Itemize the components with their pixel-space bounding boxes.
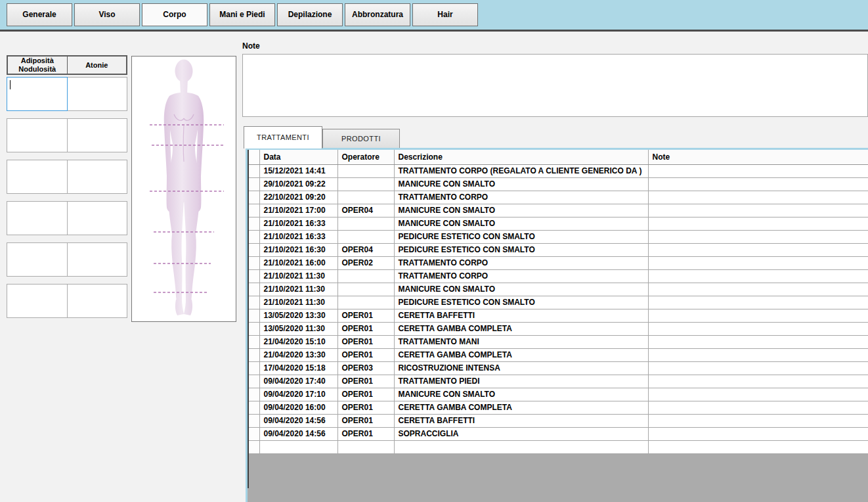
row-selector[interactable] bbox=[249, 361, 259, 375]
section-tab-button[interactable]: Corpo bbox=[142, 3, 207, 26]
adiposity-input[interactable] bbox=[7, 160, 68, 194]
table-row[interactable]: 22/10/2021 09:20 TRATTAMENTO CORPO bbox=[249, 191, 868, 204]
atonie-input[interactable] bbox=[67, 77, 127, 111]
cell-operatore[interactable] bbox=[337, 230, 394, 243]
cell-descrizione[interactable]: CERETTA BAFFETTI bbox=[394, 414, 648, 427]
cell-descrizione[interactable]: PEDICURE ESTETICO CON SMALTO bbox=[394, 230, 648, 243]
cell-note[interactable] bbox=[648, 335, 868, 348]
cell-note[interactable] bbox=[648, 191, 868, 204]
row-selector[interactable] bbox=[249, 388, 259, 401]
atonie-input[interactable] bbox=[67, 118, 127, 152]
cell-descrizione[interactable]: MANICURE CON SMALTO bbox=[394, 388, 648, 401]
row-selector[interactable] bbox=[249, 243, 259, 256]
cell-operatore[interactable]: OPER03 bbox=[337, 361, 394, 375]
cell-data[interactable]: 22/10/2021 09:20 bbox=[259, 191, 337, 204]
row-selector[interactable] bbox=[249, 269, 259, 283]
row-selector[interactable] bbox=[249, 204, 259, 217]
row-selector[interactable] bbox=[249, 401, 259, 414]
row-selector[interactable] bbox=[249, 191, 259, 204]
cell-data[interactable]: 21/04/2020 15:10 bbox=[259, 335, 337, 348]
table-row[interactable]: 29/10/2021 09:22 MANICURE CON SMALTO bbox=[249, 177, 868, 191]
cell-note[interactable] bbox=[648, 414, 868, 427]
cell-descrizione[interactable]: MANICURE CON SMALTO bbox=[394, 177, 648, 191]
row-selector[interactable] bbox=[249, 335, 259, 348]
tab-prodotti[interactable]: PRODOTTI bbox=[322, 129, 400, 148]
table-row[interactable]: 15/12/2021 14:41 TRATTAMENTO CORPO (REGA… bbox=[249, 164, 868, 177]
cell-descrizione[interactable]: TRATTAMENTO PIEDI bbox=[394, 375, 648, 388]
cell-data[interactable]: 21/10/2021 17:00 bbox=[259, 204, 337, 217]
cell-note[interactable] bbox=[648, 177, 868, 191]
cell-note[interactable] bbox=[648, 256, 868, 269]
cell-note[interactable] bbox=[648, 283, 868, 296]
column-header-operatore[interactable]: Operatore bbox=[337, 150, 394, 164]
row-selector[interactable] bbox=[249, 440, 259, 453]
table-row[interactable]: 09/04/2020 14:56 OPER01 CERETTA BAFFETTI bbox=[249, 414, 868, 427]
cell-data[interactable]: 13/05/2020 11:30 bbox=[259, 322, 337, 335]
cell-operatore[interactable]: OPER01 bbox=[337, 427, 394, 440]
adiposity-input[interactable] bbox=[7, 284, 68, 318]
cell-descrizione[interactable]: SOPRACCIGLIA bbox=[394, 427, 648, 440]
cell-note[interactable] bbox=[648, 164, 868, 177]
row-selector[interactable] bbox=[249, 230, 259, 243]
atonie-input[interactable] bbox=[67, 201, 127, 235]
cell-descrizione[interactable]: TRATTAMENTO CORPO bbox=[394, 256, 648, 269]
row-selector[interactable] bbox=[249, 414, 259, 427]
atonie-input[interactable] bbox=[67, 160, 127, 194]
cell-operatore[interactable] bbox=[337, 164, 394, 177]
cell-data[interactable]: 21/10/2021 16:33 bbox=[259, 230, 337, 243]
cell-operatore[interactable]: OPER01 bbox=[337, 322, 394, 335]
note-input[interactable] bbox=[242, 54, 868, 117]
cell-data[interactable]: 21/10/2021 11:30 bbox=[259, 269, 337, 283]
cell-data[interactable]: 29/10/2021 09:22 bbox=[259, 177, 337, 191]
atonie-input[interactable] bbox=[67, 284, 127, 318]
adiposity-input[interactable] bbox=[7, 118, 68, 152]
table-row-empty[interactable] bbox=[249, 440, 868, 453]
table-row[interactable]: 21/10/2021 16:00 OPER02 TRATTAMENTO CORP… bbox=[249, 256, 868, 269]
cell-note[interactable] bbox=[648, 401, 868, 414]
cell-data[interactable]: 21/10/2021 16:30 bbox=[259, 243, 337, 256]
row-selector[interactable] bbox=[249, 283, 259, 296]
cell-descrizione[interactable]: CERETTA GAMBA COMPLETA bbox=[394, 322, 648, 335]
cell-data[interactable]: 21/10/2021 16:33 bbox=[259, 217, 337, 230]
cell-note[interactable] bbox=[648, 427, 868, 440]
cell-operatore[interactable]: OPER01 bbox=[337, 375, 394, 388]
cell-data[interactable]: 09/04/2020 14:56 bbox=[259, 414, 337, 427]
row-selector[interactable] bbox=[249, 177, 259, 191]
adiposity-input[interactable] bbox=[7, 242, 68, 277]
cell-descrizione[interactable]: PEDICURE ESTETICO CON SMALTO bbox=[394, 296, 648, 309]
table-row[interactable]: 09/04/2020 14:56 OPER01 SOPRACCIGLIA bbox=[249, 427, 868, 440]
tab-trattamenti[interactable]: TRATTAMENTI bbox=[244, 126, 322, 148]
cell-data[interactable]: 21/10/2021 11:30 bbox=[259, 283, 337, 296]
table-row[interactable]: 21/04/2020 13:30 OPER01 CERETTA GAMBA CO… bbox=[249, 348, 868, 361]
cell-data[interactable]: 09/04/2020 14:56 bbox=[259, 427, 337, 440]
cell-operatore[interactable] bbox=[337, 217, 394, 230]
cell-note[interactable] bbox=[648, 388, 868, 401]
table-row[interactable]: 21/10/2021 11:30 MANICURE CON SMALTO bbox=[249, 283, 868, 296]
row-selector[interactable] bbox=[249, 256, 259, 269]
section-tab-button[interactable]: Abbronzatura bbox=[345, 3, 410, 26]
cell-descrizione[interactable]: MANICURE CON SMALTO bbox=[394, 283, 648, 296]
cell-data[interactable]: 17/04/2020 15:18 bbox=[259, 361, 337, 375]
cell-operatore[interactable] bbox=[337, 269, 394, 283]
cell-operatore[interactable] bbox=[337, 296, 394, 309]
column-header-data[interactable]: Data bbox=[259, 150, 337, 164]
adiposity-input[interactable] bbox=[7, 201, 68, 235]
cell-operatore[interactable]: OPER01 bbox=[337, 309, 394, 322]
cell-data[interactable]: 13/05/2020 13:30 bbox=[259, 309, 337, 322]
cell-operatore[interactable]: OPER01 bbox=[337, 348, 394, 361]
cell-operatore[interactable]: OPER04 bbox=[337, 204, 394, 217]
cell-descrizione[interactable]: TRATTAMENTO CORPO bbox=[394, 269, 648, 283]
column-header-note[interactable]: Note bbox=[648, 150, 868, 164]
cell-descrizione[interactable]: PEDICURE ESTETICO CON SMALTO bbox=[394, 243, 648, 256]
row-selector[interactable] bbox=[249, 309, 259, 322]
section-tab-button[interactable]: Viso bbox=[74, 3, 140, 26]
table-row[interactable]: 09/04/2020 17:10 OPER01 MANICURE CON SMA… bbox=[249, 388, 868, 401]
cell-note[interactable] bbox=[648, 296, 868, 309]
cell-operatore[interactable] bbox=[337, 283, 394, 296]
cell-descrizione[interactable]: MANICURE CON SMALTO bbox=[394, 217, 648, 230]
cell-descrizione[interactable]: RICOSTRUZIONE INTENSA bbox=[394, 361, 648, 375]
row-selector[interactable] bbox=[249, 164, 259, 177]
cell-data[interactable]: 09/04/2020 16:00 bbox=[259, 401, 337, 414]
row-selector[interactable] bbox=[249, 322, 259, 335]
cell-data[interactable]: 21/04/2020 13:30 bbox=[259, 348, 337, 361]
